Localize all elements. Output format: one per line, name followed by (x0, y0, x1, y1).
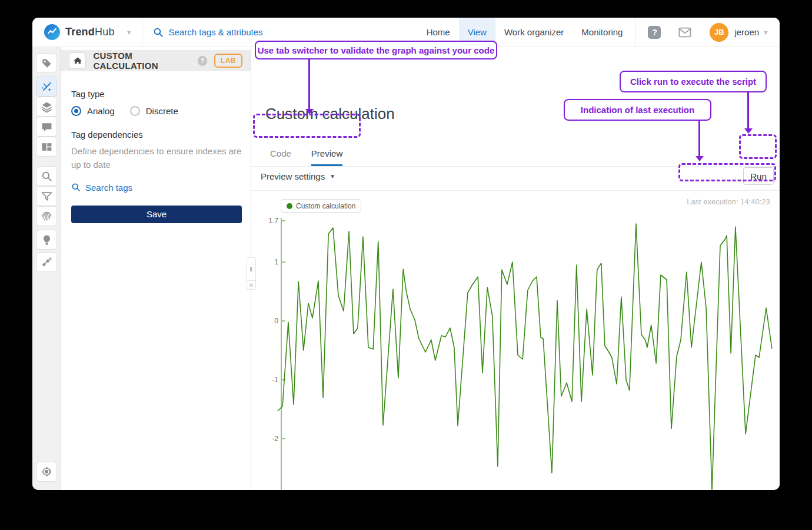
config-panel: CUSTOM CALCULATION ? LAB Tag type Analog… (61, 47, 251, 490)
series-color-dot-icon (287, 203, 292, 209)
search-input[interactable] (169, 27, 334, 37)
tab-switcher: Code Preview (270, 148, 342, 166)
save-button[interactable]: Save (71, 206, 242, 223)
home-button[interactable] (69, 52, 86, 69)
left-icon-rail (32, 47, 61, 490)
preview-settings-label: Preview settings (261, 171, 325, 181)
divider (251, 190, 780, 191)
user-menu-chevron-down-icon[interactable]: ▼ (763, 29, 769, 36)
chevron-down-icon: ▼ (330, 173, 335, 180)
svg-text:-1: -1 (272, 376, 278, 384)
sidebar-item-comments[interactable] (36, 117, 57, 137)
svg-text:1.7: 1.7 (268, 217, 278, 225)
annotation-text: Use tab switcher to validate the graph a… (258, 45, 495, 55)
sidebar-item-custom-calculation[interactable] (36, 77, 57, 97)
sidebar-item-dashboard[interactable] (36, 137, 57, 157)
help-icon: ? (648, 26, 661, 39)
radio-analog[interactable] (71, 106, 81, 116)
tag-type-label: Tag type (71, 89, 242, 99)
nav-item-work-organizer[interactable]: Work organizer (495, 18, 573, 46)
comment-icon (41, 121, 52, 132)
annotation-run: Click run to execute the script (620, 71, 767, 92)
tab-code[interactable]: Code (270, 148, 291, 166)
tab-preview[interactable]: Preview (311, 148, 342, 166)
brand-name-light: Hub (95, 26, 115, 38)
brand-logo[interactable]: TrendHub ▼ (32, 24, 132, 40)
sidebar-item-search[interactable] (36, 166, 57, 186)
tag-icon (41, 58, 52, 69)
home-icon (73, 56, 82, 65)
filter-icon (41, 191, 52, 202)
lab-badge: LAB (214, 54, 242, 68)
search-icon (71, 183, 81, 192)
tag-dependencies-label: Tag dependencies (71, 130, 242, 140)
search-icon (41, 171, 52, 182)
panel-title: CUSTOM CALCULATION (93, 51, 191, 71)
line-chart[interactable]: 1.710-1-2-3Fri, 1921 JanTue, 23Thu, 25Sa… (268, 215, 774, 490)
trendhub-logo-icon (44, 24, 60, 40)
sidebar-item-insights[interactable] (36, 230, 57, 250)
tag-dependencies-hint: Define dependencies to ensure indexes ar… (71, 144, 242, 172)
brand-name: TrendHub (65, 26, 115, 38)
help-button[interactable]: ? (647, 25, 661, 39)
search-tags-link[interactable]: Search tags (71, 183, 242, 193)
sidebar-item-filter[interactable] (36, 186, 57, 206)
custom-calculation-icon (41, 81, 52, 92)
collapse-close-icon[interactable]: ✕ (247, 281, 256, 290)
fingerprint-icon (41, 211, 52, 222)
app-window: TrendHub ▼ Home View Work organizer Moni… (32, 18, 780, 490)
messages-button[interactable] (678, 25, 692, 39)
search-tags-label: Search tags (85, 183, 132, 193)
panel-resize-handle[interactable]: ‖ ✕ (247, 257, 256, 290)
envelope-icon (678, 27, 691, 38)
sidebar-item-tags[interactable] (36, 53, 57, 73)
annotation-tab-switcher: Use tab switcher to validate the graph a… (255, 41, 497, 59)
annotation-highlight-last-execution (678, 163, 776, 181)
panel-header: CUSTOM CALCULATION ? LAB (61, 50, 251, 71)
svg-text:1: 1 (274, 258, 278, 266)
annotation-text: Indication of last execution (581, 105, 694, 115)
annotation-highlight-tabs (253, 114, 361, 138)
drag-grip-icon[interactable]: ‖ (247, 257, 256, 281)
radio-discrete-label[interactable]: Discrete (146, 106, 178, 116)
chart-legend[interactable]: Custom calculation (281, 199, 361, 213)
navbar-divider (635, 18, 635, 47)
brand-name-bold: Trend (65, 26, 95, 38)
radio-discrete[interactable] (130, 106, 140, 116)
annotation-text: Click run to execute the script (630, 77, 756, 87)
svg-text:0: 0 (274, 317, 278, 325)
user-avatar[interactable]: JB (710, 23, 728, 42)
sidebar-item-layers[interactable] (36, 97, 57, 117)
sidebar-item-fingerprint[interactable] (36, 206, 57, 226)
brand-chevron-down-icon[interactable]: ▼ (126, 29, 132, 36)
annotation-arrow-down-icon (747, 92, 749, 129)
lightbulb-icon (41, 234, 52, 246)
annotation-highlight-run (739, 134, 777, 159)
radio-analog-label[interactable]: Analog (87, 106, 115, 116)
username: jeroen (734, 27, 759, 37)
annotation-arrow-down-icon (308, 59, 310, 110)
global-search[interactable] (142, 27, 334, 38)
dashboard-icon (41, 141, 52, 153)
annotation-arrow-down-icon (698, 121, 700, 157)
layers-icon (41, 101, 52, 112)
preview-settings-toggle[interactable]: Preview settings ▼ (261, 171, 335, 181)
series-legend-label: Custom calculation (296, 202, 355, 210)
svg-text:-2: -2 (272, 435, 278, 443)
nav-item-monitoring[interactable]: Monitoring (573, 18, 631, 46)
preview-chart[interactable]: 1.710-1-2-3Fri, 1921 JanTue, 23Thu, 25Sa… (268, 215, 774, 490)
graph-nodes-icon (41, 257, 52, 268)
gear-icon (41, 466, 52, 478)
annotation-last-execution: Indication of last execution (564, 99, 711, 121)
sidebar-item-settings[interactable] (36, 462, 57, 482)
help-circle-icon[interactable]: ? (198, 56, 207, 66)
last-execution-status: Last execution: 14:40:23 (684, 197, 773, 206)
search-icon (153, 27, 164, 38)
sidebar-item-relations[interactable] (36, 252, 57, 272)
